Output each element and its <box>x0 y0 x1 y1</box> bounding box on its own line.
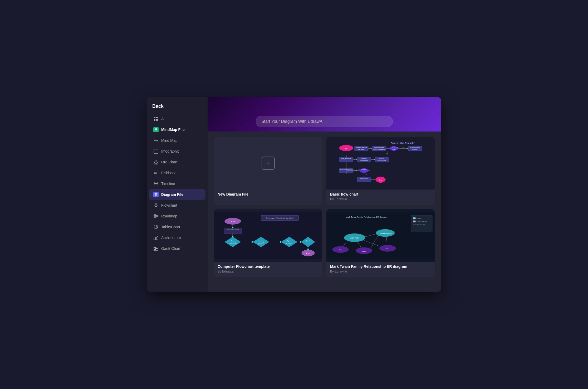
template-author-flowchart: By Edraw.ai <box>330 197 431 201</box>
er-diagram: Mark Twain Family Relationship ER diagra… <box>326 209 435 262</box>
sidebar-item-architecture[interactable]: Architecture <box>149 232 205 243</box>
svg-rect-16 <box>154 163 155 164</box>
template-preview-new-file: + <box>214 137 322 189</box>
template-preview-flowchart: Process Map Examples Start Determine nee… <box>326 137 435 189</box>
svg-text:correct symbols: correct symbols <box>378 160 386 161</box>
svg-rect-101 <box>357 177 371 182</box>
sidebar-item-gantt-chart[interactable]: Gantt Chart <box>149 243 205 254</box>
svg-text:Open: Open <box>287 240 291 242</box>
template-card-basic-flowchart[interactable]: Process Map Examples Start Determine nee… <box>326 137 435 205</box>
sidebar-item-table-chart[interactable]: Table/Chart <box>149 222 205 232</box>
svg-rect-17 <box>155 163 157 164</box>
svg-text:Susy: Susy <box>339 249 343 251</box>
sidebar-item-label: Gantt Chart <box>161 246 180 251</box>
table-chart-icon <box>153 224 159 230</box>
svg-rect-140 <box>413 221 416 222</box>
sidebar-item-label: Timeline <box>161 182 175 186</box>
svg-text:detail problem: detail problem <box>357 149 365 150</box>
sidebar-item-label: All <box>161 117 165 121</box>
template-info: New Diagram File <box>214 189 322 201</box>
svg-text:Yes: Yes <box>365 173 367 175</box>
svg-rect-15 <box>155 160 157 161</box>
svg-text:No: No <box>386 153 388 154</box>
template-info-computer-flowchart: Computer Flowchart template By Edraw.ai <box>214 262 322 277</box>
svg-text:granted?: granted? <box>258 242 264 244</box>
svg-marker-39 <box>154 205 158 207</box>
back-button[interactable]: Back <box>147 101 208 113</box>
template-preview-computer-flowchart: Computer Flowchart template Start Turn c… <box>214 209 322 262</box>
svg-rect-0 <box>154 117 155 118</box>
svg-text:Mark Twain: Mark Twain <box>350 237 359 239</box>
add-icon: + <box>262 157 275 170</box>
svg-text:Complete?: Complete? <box>361 169 367 171</box>
svg-text:Eddy (Female): Eddy (Female) <box>416 221 427 222</box>
template-card-new-diagram[interactable]: + New Diagram File <box>214 137 322 205</box>
timeline-icon <box>153 181 159 186</box>
header-banner: Start Your Diagram With EdrawAI <box>208 97 441 132</box>
sidebar-item-label: Table/Chart <box>161 225 180 229</box>
svg-text:involved in this process: involved in this process <box>373 149 385 150</box>
template-title-er-diagram: Mark Twain Family Relationship ER diagra… <box>330 264 431 269</box>
ai-search-bar[interactable]: Start Your Diagram With EdrawAI <box>256 116 393 127</box>
sidebar-item-mindmap-file[interactable]: M MindMap File <box>149 124 205 135</box>
svg-text:Yes: Yes <box>402 146 404 148</box>
sidebar-item-diagram-file[interactable]: D Diagram File <box>149 189 205 200</box>
sidebar-item-mind-map[interactable]: Mind Map <box>149 135 205 146</box>
template-info-er-diagram: Mark Twain Family Relationship ER diagra… <box>326 262 435 277</box>
sidebar-item-roadmap[interactable]: Roadmap <box>149 211 205 221</box>
svg-rect-2 <box>154 119 155 121</box>
template-info-flowchart: Basic flow chart By Edraw.ai <box>326 189 435 205</box>
svg-text:Start: Start <box>345 147 348 149</box>
svg-rect-57 <box>154 247 156 248</box>
template-author-er-diagram: By Edraw.ai <box>330 270 431 273</box>
gantt-chart-icon <box>153 246 159 251</box>
template-card-er-diagram[interactable]: Mark Twain Family Relationship ER diagra… <box>326 209 435 277</box>
svg-text:Jean: Jean <box>386 248 390 250</box>
svg-text:Done?: Done? <box>306 240 311 242</box>
svg-point-4 <box>155 140 157 141</box>
sidebar: Back All M MindMap File <box>147 97 208 292</box>
svg-text:Identify incomplete areas: Identify incomplete areas <box>340 169 353 171</box>
svg-rect-18 <box>157 163 158 164</box>
svg-text:Put steps in correct: Put steps in correct <box>410 147 420 148</box>
svg-rect-1 <box>156 117 158 118</box>
svg-rect-59 <box>154 249 156 250</box>
svg-text:Finalize chart: Finalize chart <box>360 178 368 179</box>
sidebar-item-org-chart[interactable]: Org Chart <box>149 157 205 167</box>
sidebar-item-label: Fishbone <box>161 171 177 175</box>
roadmap-icon <box>153 213 159 219</box>
svg-text:Determine need and: Determine need and <box>356 147 367 148</box>
svg-rect-51 <box>154 238 155 240</box>
svg-text:in order?: in order? <box>392 149 396 150</box>
sidebar-item-label: Infographic <box>161 149 179 153</box>
svg-text:Draw the: Draw the <box>379 158 384 159</box>
sidebar-item-fishbone[interactable]: Fishbone <box>149 168 205 178</box>
grid-icon <box>153 116 159 121</box>
sidebar-item-timeline[interactable]: Timeline <box>149 178 205 189</box>
sidebar-item-label: Mind Map <box>161 138 177 143</box>
svg-text:Completeness: Completeness <box>360 160 368 161</box>
sidebar-item-all[interactable]: All <box>149 114 205 124</box>
infographic-icon <box>153 149 159 154</box>
svg-text:Clara: Clara <box>362 250 366 252</box>
svg-text:Modify the problem: Modify the problem <box>341 158 351 159</box>
sidebar-item-flowchart[interactable]: Flowchart <box>149 200 205 211</box>
svg-rect-38 <box>155 203 157 204</box>
svg-rect-53 <box>157 236 158 240</box>
svg-text:Relationship: Relationship <box>416 224 426 226</box>
fishbone-icon <box>153 170 159 176</box>
sidebar-item-infographic[interactable]: Infographic <box>149 146 205 157</box>
template-card-computer-flowchart[interactable]: Computer Flowchart template Start Turn c… <box>214 209 322 277</box>
svg-text:Mark Twain Family Relationship: Mark Twain Family Relationship ER diagra… <box>346 216 387 218</box>
svg-line-10 <box>157 141 158 142</box>
mindmap-icon <box>153 138 159 143</box>
templates-area: + New Diagram File Process Map Examples <box>208 132 441 292</box>
sidebar-item-label: Roadmap <box>161 214 177 218</box>
template-title-computer-flowchart: Computer Flowchart template <box>218 264 318 269</box>
svg-text:Process Map Examples: Process Map Examples <box>391 142 415 144</box>
svg-text:Turn computer on: Turn computer on <box>226 228 239 230</box>
app-window: Back All M MindMap File <box>147 97 441 292</box>
template-title: New Diagram File <box>218 192 318 196</box>
svg-text:sequence: sequence <box>412 149 418 150</box>
template-title-flowchart: Basic flow chart <box>330 192 431 196</box>
